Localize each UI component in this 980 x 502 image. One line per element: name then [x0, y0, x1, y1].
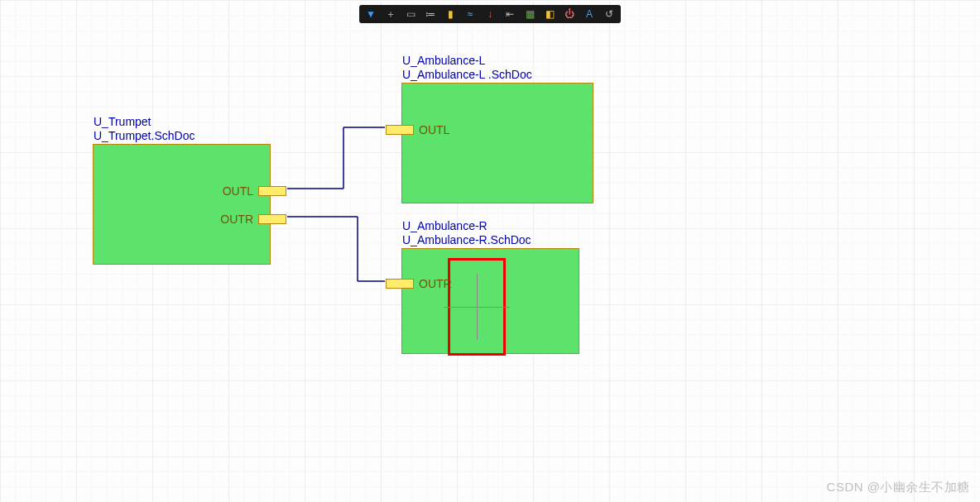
sheet-trumpet-filename: U_Trumpet.SchDoc [94, 129, 195, 143]
port-trumpet-outl[interactable]: OUTL [223, 184, 286, 198]
sheet-ambL-filename: U_Ambulance-L .SchDoc [402, 68, 532, 82]
port-ambR-outr[interactable]: OUTR [386, 277, 452, 290]
sheet-ambR-filename: U_Ambulance-R.SchDoc [402, 233, 531, 247]
sheet-trumpet-labels: U_Trumpet U_Trumpet.SchDoc [94, 115, 195, 143]
sheet-ambulance-l[interactable]: U_Ambulance-L U_Ambulance-L .SchDoc OUTL [401, 83, 593, 203]
sheet-trumpet[interactable]: U_Trumpet U_Trumpet.SchDoc OUTL OUTR [93, 144, 271, 265]
rectangle-icon[interactable]: ▭ [404, 7, 417, 21]
crosshair-icon[interactable]: ＋ [384, 7, 397, 21]
sheet-icon[interactable]: ▦ [523, 7, 536, 21]
port-ambR-outr-label: OUTR [419, 277, 452, 290]
port-stub-icon [386, 125, 414, 135]
watermark-text: CSDN @小幽余生不加糖 [827, 480, 970, 495]
sheet-ambL-designator: U_Ambulance-L [402, 54, 532, 68]
port-trumpet-outr-label: OUTR [220, 213, 253, 226]
sheet-ambR-designator: U_Ambulance-R [402, 219, 531, 233]
component-icon[interactable]: ▮ [444, 7, 457, 21]
port-trumpet-outl-label: OUTL [223, 184, 253, 198]
sheet-ambulance-r[interactable]: U_Ambulance-R U_Ambulance-R.SchDoc OUTR [401, 248, 579, 354]
schematic-toolbar: ▼ ＋ ▭ ≔ ▮ ≈ ↓ ⇤ ▦ ◧ ⏻ A ↺ [359, 5, 621, 23]
port-ambL-outl[interactable]: OUTL [386, 123, 449, 136]
tag-icon[interactable]: ◧ [543, 7, 556, 21]
undo-icon[interactable]: ↺ [603, 7, 616, 21]
port-stub-icon [258, 186, 286, 196]
text-icon[interactable]: A [583, 7, 596, 21]
port-trumpet-outr[interactable]: OUTR [220, 213, 286, 226]
sheet-ambR-labels: U_Ambulance-R U_Ambulance-R.SchDoc [402, 219, 531, 247]
port-stub-icon [258, 214, 286, 224]
sheet-trumpet-designator: U_Trumpet [94, 115, 195, 129]
pointer-icon[interactable]: ▼ [364, 7, 377, 21]
align-icon[interactable]: ≔ [424, 7, 437, 21]
port-ambL-outl-label: OUTL [419, 123, 449, 136]
port-stub-icon [386, 279, 414, 289]
power-icon[interactable]: ⏻ [563, 7, 576, 21]
sheet-ambL-labels: U_Ambulance-L U_Ambulance-L .SchDoc [402, 54, 532, 82]
wire-icon[interactable]: ⇤ [503, 7, 516, 21]
pin-icon[interactable]: ↓ [483, 7, 497, 21]
net-icon[interactable]: ≈ [464, 7, 477, 21]
